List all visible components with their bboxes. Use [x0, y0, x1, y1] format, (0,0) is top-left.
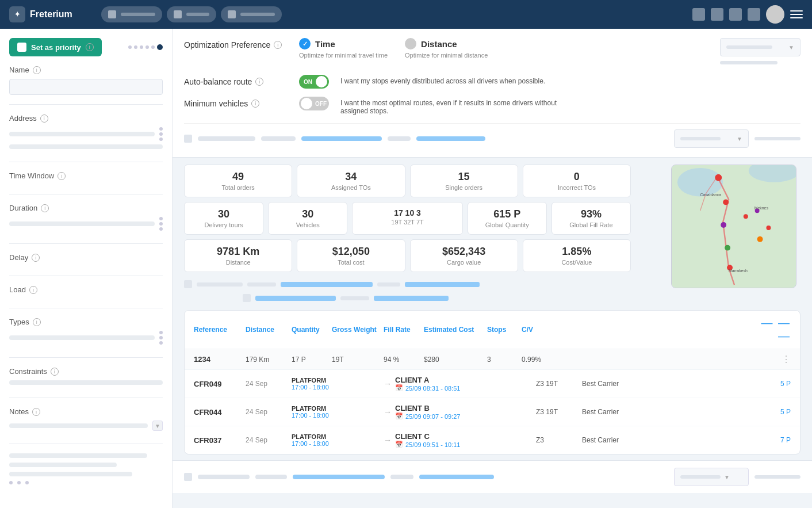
row2-link[interactable]: 5 P	[780, 408, 791, 416]
summary-stops: 3	[487, 356, 522, 364]
stat-incorrect-tos-label: Incorrect TOs	[531, 184, 622, 191]
notes-info-icon[interactable]: i	[32, 408, 40, 416]
calendar-icon-2: 📅	[395, 412, 403, 420]
notes-bar	[9, 423, 148, 428]
col-header-quantity: Quantity	[292, 326, 332, 334]
header-icon-sq-1[interactable]	[692, 8, 705, 21]
progress-check-1[interactable]	[184, 280, 192, 288]
name-info-icon[interactable]: i	[33, 66, 41, 74]
delay-label: Delay i	[9, 253, 163, 262]
table-action-dots[interactable]: — — —	[761, 316, 791, 342]
time-radio[interactable]	[299, 38, 311, 49]
dot-3	[140, 45, 143, 49]
right-dropdowns: ▼	[720, 38, 800, 64]
stats-row-1: 49 Total orders 34 Assigned TOs 15 Singl…	[184, 165, 664, 197]
logo-icon: ✦	[9, 6, 25, 22]
optimization-preference-row: Optimization Preference i Time Optimize …	[184, 38, 800, 64]
nav-pill-1[interactable]	[101, 6, 162, 22]
row1-link[interactable]: 5 P	[780, 380, 791, 388]
col-header-estimated-cost: Estimated Cost	[424, 326, 487, 334]
table-row-3: CFR037 24 Sep PLATFORM 17:00 - 18:00 → C…	[185, 426, 800, 454]
auto-balance-toggle[interactable]: ON	[299, 75, 329, 89]
summary-kebab-icon[interactable]: ⋮	[782, 354, 791, 364]
notes-dropdown-btn[interactable]: ▼	[152, 421, 163, 431]
filter-checkbox[interactable]	[184, 135, 192, 143]
svg-point-11	[757, 236, 763, 242]
hamburger-icon[interactable]	[790, 10, 803, 18]
row2-platform: PLATFORM 17:00 - 18:00	[292, 405, 384, 419]
auto-balance-info-icon[interactable]: i	[255, 78, 263, 86]
filter-dropdown[interactable]: ▼	[674, 129, 749, 148]
logo[interactable]: ✦ Freterium	[9, 6, 90, 22]
address-dots-1	[159, 127, 163, 141]
duration-info-icon[interactable]: i	[41, 204, 49, 212]
row1-platform: PLATFORM 17:00 - 18:00	[292, 377, 384, 391]
row1-ref: CFR049	[194, 380, 246, 388]
row3-link[interactable]: 7 P	[780, 436, 791, 444]
row1-client: CLIENT A 📅 25/09 08:31 - 08:51	[395, 376, 536, 392]
distance-radio[interactable]	[405, 38, 416, 49]
dot-5	[151, 45, 155, 49]
stat-single-orders-label: Single orders	[419, 184, 510, 191]
types-field-group: Types i	[9, 318, 163, 358]
header-icon-sq-3[interactable]	[729, 8, 742, 21]
minimum-vehicles-toggle[interactable]: OFF	[299, 97, 329, 110]
delay-info-icon[interactable]: i	[32, 254, 40, 262]
filter-bar-3	[388, 136, 411, 141]
time-window-info-icon[interactable]: i	[58, 172, 66, 180]
row2-zone: Z3 19T	[536, 408, 582, 416]
optimization-label: Optimization Preference i	[184, 38, 288, 49]
set-priority-button[interactable]: Set as priority i	[9, 38, 102, 56]
delay-field-group: Delay i	[9, 253, 163, 276]
nav-label-1	[121, 13, 155, 16]
auto-balance-control: ON	[299, 75, 329, 89]
types-row	[9, 331, 163, 345]
header-icons	[692, 5, 803, 24]
optimization-info-icon[interactable]: i	[274, 41, 282, 49]
stat-distance-value: 9781 Km	[193, 246, 284, 258]
progress-bar-3	[377, 282, 400, 287]
header-icon-sq-2[interactable]	[711, 8, 723, 21]
distance-radio-row[interactable]: Distance	[405, 38, 488, 49]
header-icon-sq-4[interactable]	[748, 8, 760, 21]
row1-platform-time: 17:00 - 18:00	[292, 384, 384, 391]
dropdown-1-caret: ▼	[788, 44, 794, 51]
svg-text:Marrakesh: Marrakesh	[729, 269, 748, 273]
address-info-icon[interactable]: i	[40, 114, 48, 123]
constraints-info-icon[interactable]: i	[51, 368, 59, 376]
nav-pill-2[interactable]	[167, 6, 216, 22]
nav-pill-3[interactable]	[221, 6, 282, 22]
optimization-section: Optimization Preference i Time Optimize …	[173, 29, 812, 158]
row3-platform-time: 17:00 - 18:00	[292, 440, 384, 447]
stat-incorrect-tos-value: 0	[531, 171, 622, 183]
time-radio-row[interactable]: Time	[299, 38, 388, 49]
bottom-dropdown[interactable]: ▼	[674, 468, 749, 486]
right-dropdown-1[interactable]: ▼	[720, 38, 800, 56]
load-info-icon[interactable]: i	[29, 286, 37, 294]
types-info-icon[interactable]: i	[33, 318, 41, 326]
bottom-checkbox[interactable]	[184, 473, 192, 481]
sidebar-bottom-dots	[9, 481, 163, 484]
row3-carrier: Best Carrier	[582, 436, 639, 444]
notes-row: ▼	[9, 421, 163, 431]
bottom-bar-2	[9, 463, 117, 467]
priority-info-icon[interactable]: i	[86, 43, 94, 51]
minimum-vehicles-info-icon[interactable]: i	[251, 100, 259, 108]
stat-vehicles-label: Vehicles	[277, 221, 339, 228]
optimization-options: Time Optimize for minimal travel time Di…	[299, 38, 708, 59]
main-layout: Set as priority i Name i Address	[0, 29, 812, 508]
name-input[interactable]	[9, 79, 163, 95]
stat-cost-value-label: Cost/Value	[531, 259, 622, 266]
nav-icon-2	[174, 10, 182, 18]
summary-gross-weight: 19T	[332, 356, 384, 364]
progress-check-2[interactable]	[243, 294, 251, 302]
nav-icon-1	[108, 10, 116, 18]
duration-row	[9, 217, 163, 231]
stat-fill-rate-value: 93%	[560, 208, 622, 220]
user-avatar[interactable]	[766, 5, 784, 24]
stat-assigned-tos: 34 Assigned TOs	[297, 165, 405, 197]
main-table: Reference Distance Quantity Gross Weight…	[184, 310, 800, 454]
col-header-gross-weight: Gross Weight	[332, 326, 384, 334]
main-content: Optimization Preference i Time Optimize …	[173, 29, 812, 508]
sidebar-bottom-bars	[9, 453, 163, 476]
